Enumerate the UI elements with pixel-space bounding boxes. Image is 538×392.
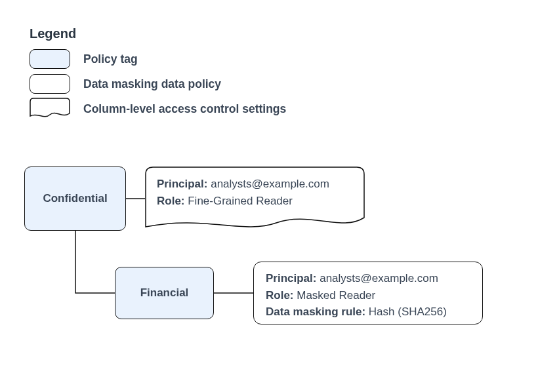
legend-row-column-level: Column-level access control settings: [30, 96, 286, 121]
legend-title: Legend: [30, 26, 286, 41]
legend-row-policy-tag: Policy tag: [30, 47, 286, 71]
principal-label: Principal:: [266, 272, 316, 284]
principal-row: Principal: analysts@example.com: [157, 176, 353, 193]
mask-rule-row: Data masking rule: Hash (SHA256): [266, 304, 470, 321]
legend-label-policy-tag: Policy tag: [83, 52, 138, 66]
legend-label-data-masking: Data masking data policy: [83, 77, 221, 91]
role-label: Role:: [157, 195, 185, 207]
policy-tag-confidential: Confidential: [24, 167, 126, 231]
policy-tag-confidential-label: Confidential: [43, 192, 107, 205]
legend-label-column-level: Column-level access control settings: [83, 102, 286, 116]
mask-rule-label: Data masking rule:: [266, 305, 365, 318]
data-policy-financial: Principal: analysts@example.com Role: Ma…: [253, 262, 483, 324]
principal-value: analysts@example.com: [211, 178, 329, 190]
role-row: Role: Masked Reader: [266, 287, 470, 304]
principal-row: Principal: analysts@example.com: [266, 270, 470, 287]
mask-rule-value: Hash (SHA256): [369, 305, 447, 318]
role-value: Masked Reader: [297, 289, 375, 302]
policy-tag-financial-label: Financial: [140, 286, 189, 300]
legend: Legend Policy tag Data masking data poli…: [30, 26, 286, 121]
principal-value: analysts@example.com: [320, 272, 438, 284]
column-access-confidential: Principal: analysts@example.com Role: Fi…: [145, 167, 365, 233]
data-masking-swatch-icon: [30, 74, 70, 94]
policy-tag-financial: Financial: [115, 267, 214, 319]
role-label: Role:: [266, 289, 294, 302]
role-value: Fine-Grained Reader: [188, 195, 293, 207]
legend-row-data-masking: Data masking data policy: [30, 71, 286, 96]
role-row: Role: Fine-Grained Reader: [157, 193, 353, 210]
column-level-swatch-icon: [30, 98, 70, 120]
principal-label: Principal:: [157, 178, 207, 190]
policy-tag-swatch-icon: [30, 49, 70, 69]
